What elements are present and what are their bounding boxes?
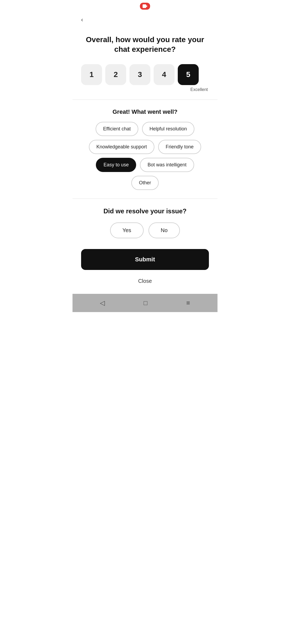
rating-section: Overall, how would you rate your chat ex… bbox=[81, 35, 209, 92]
rating-btn-3[interactable]: 3 bbox=[129, 64, 150, 85]
close-button[interactable]: Close bbox=[81, 275, 209, 287]
main-content: Overall, how would you rate your chat ex… bbox=[73, 13, 218, 287]
rating-question: Overall, how would you rate your chat ex… bbox=[81, 35, 209, 54]
rating-selected-label: Excellent bbox=[81, 87, 209, 92]
rating-btn-2[interactable]: 2 bbox=[105, 64, 126, 85]
yes-button[interactable]: Yes bbox=[110, 222, 144, 238]
nav-back-icon[interactable]: ◁ bbox=[100, 299, 105, 307]
video-camera-icon bbox=[143, 4, 147, 8]
tag-bot-was-intelligent[interactable]: Bot was intelligent bbox=[140, 158, 194, 172]
status-bar bbox=[73, 0, 218, 13]
tag-easy-to-use[interactable]: Easy to use bbox=[96, 158, 136, 172]
tag-other[interactable]: Other bbox=[131, 176, 158, 190]
nav-home-icon[interactable]: □ bbox=[144, 299, 148, 307]
rating-btn-5[interactable]: 5 bbox=[178, 64, 199, 85]
back-button[interactable]: ‹ bbox=[79, 15, 85, 25]
submit-button[interactable]: Submit bbox=[81, 249, 209, 270]
feedback-section: Great! What went well? Efficient chat He… bbox=[81, 108, 209, 190]
tag-knowledgeable-support[interactable]: Knowledgeable support bbox=[89, 140, 154, 154]
feedback-title: Great! What went well? bbox=[81, 108, 209, 115]
divider-2 bbox=[73, 199, 218, 199]
tag-efficient-chat[interactable]: Efficient chat bbox=[96, 122, 138, 136]
yes-no-options: Yes No bbox=[81, 222, 209, 238]
resolve-question: Did we resolve your issue? bbox=[81, 207, 209, 215]
video-indicator bbox=[140, 3, 150, 10]
tags-container: Efficient chat Helpful resolution Knowle… bbox=[81, 122, 209, 190]
resolve-section: Did we resolve your issue? Yes No bbox=[81, 207, 209, 238]
rating-btn-4[interactable]: 4 bbox=[154, 64, 175, 85]
rating-btn-1[interactable]: 1 bbox=[81, 64, 102, 85]
nav-menu-icon[interactable]: ≡ bbox=[186, 299, 190, 307]
tag-helpful-resolution[interactable]: Helpful resolution bbox=[142, 122, 194, 136]
tag-friendly-tone[interactable]: Friendly tone bbox=[158, 140, 201, 154]
rating-options: 1 2 3 4 5 bbox=[81, 64, 209, 85]
no-button[interactable]: No bbox=[148, 222, 180, 238]
divider-1 bbox=[73, 100, 218, 100]
bottom-nav: ◁ □ ≡ bbox=[73, 294, 218, 312]
